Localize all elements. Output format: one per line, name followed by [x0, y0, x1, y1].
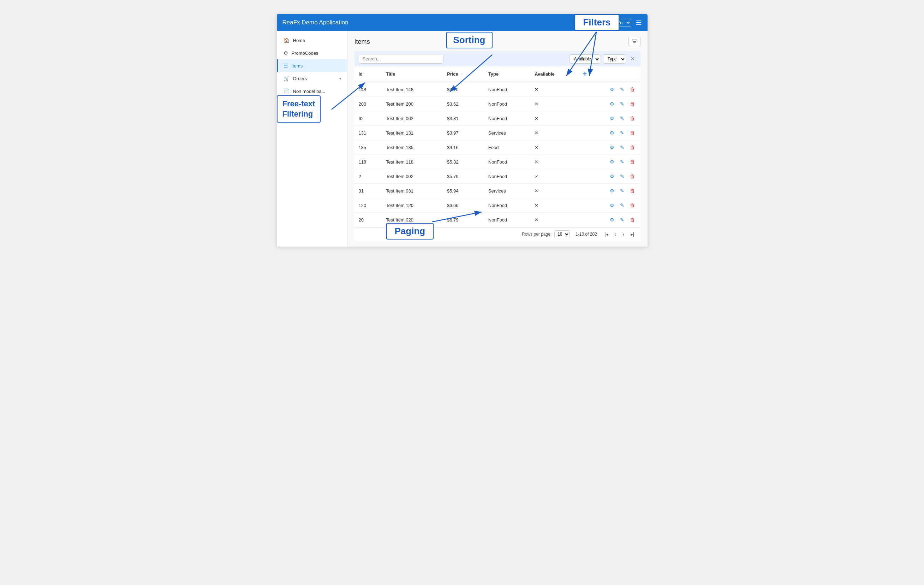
delete-button[interactable]: 🗑: [629, 86, 636, 93]
sidebar-orders-label: Orders: [293, 76, 336, 81]
search-input[interactable]: [359, 54, 444, 64]
available-filter-select[interactable]: Available: [569, 55, 600, 64]
cell-title: Test Item 148: [382, 82, 443, 97]
col-header-title[interactable]: Title: [382, 66, 443, 82]
sidebar-home-label: Home: [293, 38, 342, 43]
chevron-down-icon: ▾: [339, 76, 342, 81]
app-title: ReaFx Demo Application: [282, 19, 598, 26]
delete-button[interactable]: 🗑: [629, 144, 636, 151]
edit-button[interactable]: ✎: [619, 144, 625, 151]
edit-button[interactable]: ✎: [619, 202, 625, 209]
cell-actions: ⚙ ✎ 🗑: [579, 140, 640, 155]
cell-type: NonFood: [484, 155, 530, 169]
last-page-button[interactable]: ▸|: [629, 231, 636, 238]
col-header-type[interactable]: Type: [484, 66, 530, 82]
edit-button[interactable]: ✎: [619, 187, 625, 194]
language-select[interactable]: En De Fr: [613, 19, 631, 27]
next-page-button[interactable]: ›: [621, 231, 626, 238]
settings-button[interactable]: ⚙: [608, 173, 616, 180]
delete-button[interactable]: 🗑: [629, 216, 636, 223]
sidebar-item-promocodes[interactable]: ⚙ PromoCodes: [277, 46, 347, 59]
cell-title: Test Item 031: [382, 184, 443, 198]
cell-title: Test Item 131: [382, 126, 443, 140]
cart-icon: 🛒: [284, 76, 290, 81]
items-table: Id Title Price ↑ Type Avai: [355, 66, 640, 227]
page-title-bar: Items: [355, 37, 640, 47]
cell-actions: ⚙ ✎ 🗑: [579, 169, 640, 184]
clear-filters-button[interactable]: ✕: [629, 55, 636, 63]
cell-price: $6.79: [443, 213, 484, 227]
delete-button[interactable]: 🗑: [629, 129, 636, 136]
edit-button[interactable]: ✎: [619, 173, 625, 180]
edit-button[interactable]: ✎: [619, 216, 625, 223]
cell-title: Test Item 200: [382, 97, 443, 111]
delete-button[interactable]: 🗑: [629, 173, 636, 180]
cell-price: $3.10: [443, 82, 484, 97]
cell-actions: ⚙ ✎ 🗑: [579, 82, 640, 97]
table-row: 2 Test Item 002 $5.79 NonFood ✓ ⚙ ✎ 🗑: [355, 169, 640, 184]
cell-actions: ⚙ ✎ 🗑: [579, 126, 640, 140]
sidebar-item-orders[interactable]: 🛒 Orders ▾: [277, 72, 347, 85]
cell-id: 31: [355, 184, 382, 198]
settings-button[interactable]: ⚙: [608, 187, 616, 194]
edit-button[interactable]: ✎: [619, 86, 625, 93]
edit-button[interactable]: ✎: [619, 100, 625, 107]
add-item-button[interactable]: +: [583, 70, 587, 78]
delete-button[interactable]: 🗑: [629, 187, 636, 194]
cell-available: ✕: [530, 155, 579, 169]
first-page-button[interactable]: |◂: [603, 231, 610, 238]
cell-price: $3.81: [443, 111, 484, 126]
type-filter-select[interactable]: Type: [603, 55, 626, 64]
cell-available: ✕: [530, 198, 579, 213]
prev-page-button[interactable]: ‹: [613, 231, 618, 238]
cell-actions: ⚙ ✎ 🗑: [579, 213, 640, 227]
cell-type: NonFood: [484, 198, 530, 213]
col-header-available[interactable]: Available: [530, 66, 579, 82]
table-row: 148 Test Item 148 $3.10 NonFood ✕ ⚙ ✎ 🗑: [355, 82, 640, 97]
sidebar-item-nonmodel[interactable]: 📄 Non model ba...: [277, 85, 347, 98]
list-icon: ☰: [284, 63, 288, 69]
table-row: 118 Test Item 118 $5.32 NonFood ✕ ⚙ ✎ 🗑: [355, 155, 640, 169]
delete-button[interactable]: 🗑: [629, 115, 636, 122]
sidebar-nonmodel-label: Non model ba...: [293, 89, 342, 94]
table-header-row: Id Title Price ↑ Type Avai: [355, 66, 640, 82]
settings-button[interactable]: ⚙: [608, 202, 616, 209]
edit-button[interactable]: ✎: [619, 158, 625, 165]
cell-id: 120: [355, 198, 382, 213]
col-header-id[interactable]: Id: [355, 66, 382, 82]
edit-button[interactable]: ✎: [619, 129, 625, 136]
rows-per-page-select[interactable]: 10 25 50: [554, 230, 570, 238]
document-icon: 📄: [284, 88, 290, 94]
sidebar: 🏠 Home ⚙ PromoCodes ☰ Items 🛒 Orders ▾ 📄…: [277, 31, 347, 246]
table-row: 20 Test Item 020 $6.79 NonFood ✕ ⚙ ✎ 🗑: [355, 213, 640, 227]
cell-actions: ⚙ ✎ 🗑: [579, 111, 640, 126]
pagination-bar: Rows per page: 10 25 50 1-10 of 202 |◂ ‹…: [355, 227, 640, 241]
hamburger-icon[interactable]: ☰: [635, 18, 642, 27]
cell-type: Food: [484, 140, 530, 155]
settings-button[interactable]: ⚙: [608, 144, 616, 151]
delete-button[interactable]: 🗑: [629, 100, 636, 107]
cell-type: NonFood: [484, 169, 530, 184]
sidebar-item-items[interactable]: ☰ Items: [277, 59, 347, 72]
settings-button[interactable]: ⚙: [608, 216, 616, 223]
sidebar-item-home[interactable]: 🏠 Home: [277, 34, 347, 46]
table-row: 185 Test Item 185 $4.16 Food ✕ ⚙ ✎ 🗑: [355, 140, 640, 155]
col-header-price[interactable]: Price ↑: [443, 66, 484, 82]
sidebar-items-label: Items: [292, 63, 342, 69]
delete-button[interactable]: 🗑: [629, 202, 636, 209]
filter-icon-button[interactable]: [629, 37, 640, 47]
cell-price: $3.97: [443, 126, 484, 140]
settings-button[interactable]: ⚙: [608, 100, 616, 107]
delete-button[interactable]: 🗑: [629, 158, 636, 165]
login-button[interactable]: Login: [598, 20, 609, 25]
settings-button[interactable]: ⚙: [608, 129, 616, 136]
edit-button[interactable]: ✎: [619, 115, 625, 122]
pagination-range: 1-10 of 202: [576, 232, 597, 237]
cell-available: ✕: [530, 126, 579, 140]
settings-button[interactable]: ⚙: [608, 86, 616, 93]
settings-button[interactable]: ⚙: [608, 158, 616, 165]
settings-button[interactable]: ⚙: [608, 115, 616, 122]
toolbar: Available Type ✕: [355, 51, 640, 66]
cell-available: ✕: [530, 111, 579, 126]
sort-arrow-price: ↑: [461, 72, 463, 76]
